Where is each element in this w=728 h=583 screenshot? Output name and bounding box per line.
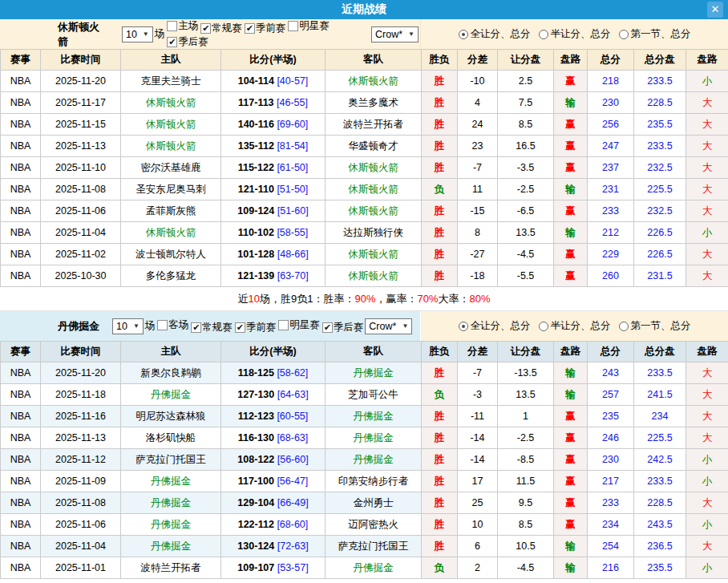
date-cell: 2025-11-16 bbox=[41, 406, 121, 427]
checkbox-checked[interactable]: ✔ bbox=[245, 23, 255, 34]
league-cell: NBA bbox=[1, 222, 41, 244]
league-cell: NBA bbox=[1, 92, 41, 114]
header-row: 赛事比赛时间主队比分(半场)客队胜负分差让分盘盘路总分总分盘盘路 bbox=[1, 342, 728, 362]
dropdown-arrow-icon: ▼ bbox=[408, 30, 415, 38]
checkbox-checked[interactable]: ✔ bbox=[191, 322, 201, 333]
column-header-10: 总分盘 bbox=[634, 342, 686, 362]
total-line-cell: 243.5 bbox=[634, 514, 686, 536]
denver-filter-checkboxes: 客场✔常规赛✔季前赛明星赛✔季后赛 bbox=[155, 318, 363, 334]
handicap-result-cell: 输 bbox=[554, 536, 588, 557]
final-score: 129-104 bbox=[237, 497, 274, 508]
checkbox-checked[interactable]: ✔ bbox=[322, 322, 333, 333]
checkbox-unchecked[interactable] bbox=[288, 21, 298, 31]
checkbox-unchecked[interactable] bbox=[167, 21, 177, 31]
radio-unselected[interactable] bbox=[619, 322, 629, 331]
column-header-3: 比分(半场) bbox=[221, 342, 326, 362]
houston-record-summary: 近 10 场，胜9负1：胜率：90%，赢率：70% 大率：80% bbox=[0, 287, 728, 311]
score-type-radio-item: 全让分、总分 bbox=[459, 319, 531, 333]
total-line-cell: 231.5 bbox=[634, 265, 686, 287]
close-button[interactable]: ✕ bbox=[707, 2, 723, 18]
date-cell: 2025-11-04 bbox=[41, 536, 121, 557]
league-cell: NBA bbox=[1, 136, 41, 157]
denver-company-select[interactable]: Crow*▼ bbox=[365, 318, 412, 334]
final-score: 110-102 bbox=[238, 227, 274, 238]
checkbox-unchecked[interactable] bbox=[157, 320, 168, 330]
home-team-cell: 萨克拉门托国王 bbox=[121, 449, 221, 471]
ou-result-cell: 大 bbox=[686, 179, 728, 200]
radio-unselected[interactable] bbox=[539, 322, 548, 331]
handicap-result-cell: 赢 bbox=[554, 200, 588, 222]
summary-segment: 80% bbox=[469, 293, 490, 305]
houston-table-header: 赛事比赛时间主队比分(半场)客队胜负分差让分盘盘路总分总分盘盘路 bbox=[1, 50, 728, 71]
handicap-line-cell: 10.5 bbox=[498, 536, 554, 557]
checkbox-label: 常规赛 bbox=[212, 22, 242, 35]
point-diff-cell: 6 bbox=[458, 536, 498, 557]
date-cell: 2025-11-09 bbox=[41, 471, 121, 492]
total-line-cell: 241.5 bbox=[634, 384, 686, 406]
home-team-cell: 波特兰开拓者 bbox=[121, 557, 221, 579]
radio-unselected[interactable] bbox=[619, 30, 629, 39]
total-line-cell: 235.5 bbox=[634, 557, 686, 579]
total-points-cell: 216 bbox=[588, 557, 634, 579]
league-cell: NBA bbox=[1, 179, 41, 200]
date-cell: 2025-11-18 bbox=[41, 384, 121, 406]
houston-games-count-select[interactable]: 10▼ bbox=[122, 26, 153, 43]
result-cell: 胜 bbox=[422, 471, 458, 492]
handicap-result-cell: 输 bbox=[554, 362, 588, 384]
ou-result-cell: 大 bbox=[686, 427, 728, 449]
checkbox-label: 客场 bbox=[168, 318, 188, 332]
denver-games-count-select[interactable]: 10▼ bbox=[112, 318, 144, 334]
ou-result-cell: 大 bbox=[686, 384, 728, 406]
column-header-2: 主队 bbox=[121, 342, 221, 362]
score-cell: 121-139 [63-70] bbox=[221, 265, 326, 287]
final-score: 117-100 bbox=[238, 476, 274, 487]
handicap-line-cell: 13.5 bbox=[498, 384, 554, 406]
point-diff-cell: -18 bbox=[458, 265, 498, 287]
total-line-cell: 233.5 bbox=[634, 136, 686, 157]
checkbox-label: 季前赛 bbox=[246, 321, 277, 334]
handicap-result-cell: 输 bbox=[554, 92, 588, 114]
handicap-result-cell: 赢 bbox=[554, 71, 588, 92]
score-type-radio-item: 第一节、总分 bbox=[619, 319, 691, 333]
home-team-cell: 丹佛掘金 bbox=[121, 471, 221, 492]
final-score: 117-113 bbox=[238, 97, 274, 108]
summary-segment: 90% bbox=[354, 293, 375, 305]
summary-segment: 大率： bbox=[438, 292, 469, 306]
total-line-cell: 232.5 bbox=[634, 157, 686, 179]
handicap-line-cell: -2.5 bbox=[498, 179, 554, 200]
handicap-line-cell: -4.5 bbox=[498, 244, 554, 265]
halftime-score: [51-50] bbox=[277, 184, 308, 195]
final-score: 109-124 bbox=[237, 205, 274, 217]
ou-result-cell: 大 bbox=[686, 200, 728, 222]
total-line-cell: 228.5 bbox=[634, 492, 686, 514]
houston-filter-left: 休斯顿火箭 10▼ 场 主场✔常规赛✔季前赛明星赛✔季后赛 Crow*▼ bbox=[0, 19, 421, 49]
handicap-line-cell: 7.5 bbox=[498, 92, 554, 114]
total-line-cell: 225.5 bbox=[634, 427, 686, 449]
score-cell: 115-122 [61-50] bbox=[221, 157, 326, 179]
checkbox-checked[interactable]: ✔ bbox=[167, 37, 177, 47]
final-score: 116-130 bbox=[238, 432, 274, 443]
handicap-result-cell: 赢 bbox=[554, 244, 588, 265]
total-line-cell: 233.5 bbox=[634, 362, 686, 384]
result-cell: 胜 bbox=[422, 362, 458, 384]
halftime-score: [56-47] bbox=[277, 476, 308, 487]
checkbox-checked[interactable]: ✔ bbox=[235, 322, 245, 333]
checkbox-checked[interactable]: ✔ bbox=[200, 23, 211, 34]
checkbox-unchecked[interactable] bbox=[278, 320, 289, 330]
houston-company-select[interactable]: Crow*▼ bbox=[371, 26, 419, 43]
radio-selected[interactable] bbox=[459, 322, 468, 331]
games-unit-label: 场 bbox=[155, 27, 165, 41]
checkbox-label: 常规赛 bbox=[202, 321, 233, 334]
point-diff-cell: 25 bbox=[458, 492, 498, 514]
ou-result-cell: 大 bbox=[686, 157, 728, 179]
date-cell: 2025-11-20 bbox=[41, 71, 121, 92]
handicap-line-cell: -5.5 bbox=[498, 265, 554, 287]
radio-selected[interactable] bbox=[459, 30, 468, 39]
date-cell: 2025-11-06 bbox=[41, 200, 121, 222]
radio-unselected[interactable] bbox=[539, 30, 548, 39]
column-header-0: 赛事 bbox=[1, 342, 41, 362]
result-cell: 胜 bbox=[422, 244, 458, 265]
league-cell: NBA bbox=[1, 200, 41, 222]
league-cell: NBA bbox=[1, 362, 41, 384]
houston-table-body: NBA2025-11-20克里夫兰骑士104-114 [40-57]休斯顿火箭胜… bbox=[1, 71, 728, 287]
